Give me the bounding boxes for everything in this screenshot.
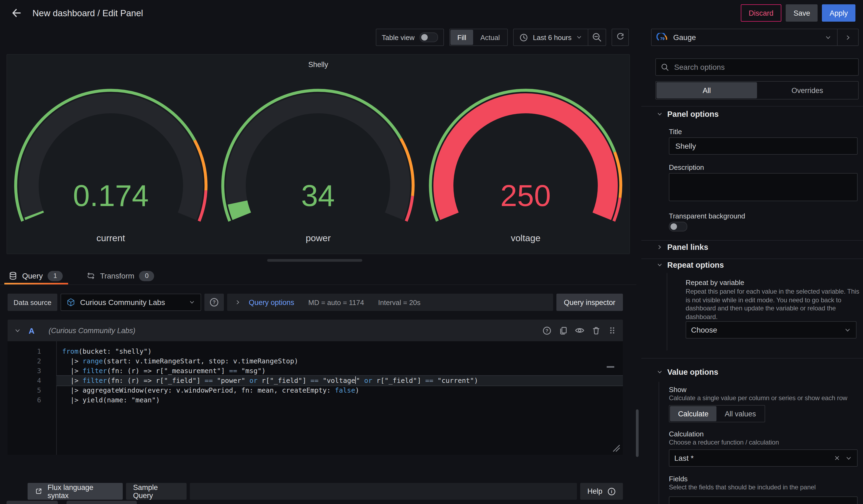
chevron-down-icon xyxy=(825,34,831,41)
datasource-picker[interactable]: Curious Community Labs xyxy=(61,294,201,311)
chevron-down-icon xyxy=(845,454,852,462)
query-options-link[interactable]: Query options xyxy=(249,298,294,306)
clear-icon[interactable] xyxy=(834,455,840,461)
visualization-picker[interactable]: 79 Gauge xyxy=(651,29,859,46)
flux-syntax-label: Flux language syntax xyxy=(48,483,116,500)
back-button[interactable] xyxy=(8,4,25,22)
table-view-label: Table view xyxy=(382,33,414,41)
tab-transform[interactable]: Transform 0 xyxy=(87,267,154,285)
query-actions: ? xyxy=(542,326,616,335)
calculate-option[interactable]: Calculate xyxy=(670,406,717,421)
fields-description: Select the fields that should be include… xyxy=(669,483,861,492)
max-data-points: MD = auto = 1174 xyxy=(308,298,364,306)
section-value-options[interactable]: Value options xyxy=(656,368,718,376)
query-help-button[interactable]: ? xyxy=(542,326,552,335)
search-input[interactable] xyxy=(673,62,853,72)
section-panel-links[interactable]: Panel links xyxy=(656,243,708,251)
interval: Interval = 20s xyxy=(378,298,421,306)
code-line-1[interactable]: 1from(bucket: "shelly") xyxy=(8,346,623,356)
filter-overrides[interactable]: Overrides xyxy=(757,82,858,98)
gauge-panel[interactable]: Shelly 0.174current34power250voltage xyxy=(7,54,630,254)
transparent-bg-toggle[interactable] xyxy=(669,222,687,231)
actual-option[interactable]: Actual xyxy=(473,30,507,45)
query-ref[interactable]: A xyxy=(29,326,35,335)
scrollbar-thumb[interactable] xyxy=(636,410,639,457)
query-options-bar: Query options MD = auto = 1174 Interval … xyxy=(227,294,553,311)
gauge-title-voltage: voltage xyxy=(511,233,540,244)
transform-count-badge: 0 xyxy=(139,270,154,281)
help-circle-icon: ? xyxy=(209,298,219,307)
calculation-description: Choose a reducer function / calculation xyxy=(669,439,861,447)
table-view-toggle[interactable] xyxy=(419,33,438,42)
delete-query-button[interactable] xyxy=(591,326,601,335)
tab-query[interactable]: Query 1 xyxy=(9,267,63,285)
code-line-4[interactable]: 4 |> filter(fn: (r) => r["_field"] == "p… xyxy=(8,376,623,386)
code-line-2[interactable]: 2 |> range(start: v.timeRangeStart, stop… xyxy=(8,356,623,366)
fields-select-partial[interactable] xyxy=(669,496,858,504)
zoom-out-button[interactable] xyxy=(588,29,605,46)
calculation-select[interactable]: Last * xyxy=(669,449,858,467)
partial-button[interactable] xyxy=(66,501,137,504)
all-values-option[interactable]: All values xyxy=(717,406,764,421)
transparent-bg-label: Transparent background xyxy=(669,212,745,220)
show-description: Calculate a single value per column or s… xyxy=(669,394,861,403)
title-input[interactable] xyxy=(674,141,852,151)
flux-code-editor[interactable]: 1from(bucket: "shelly")2 |> range(start:… xyxy=(8,341,623,455)
time-range-picker[interactable]: Last 6 hours xyxy=(514,29,588,46)
datasource-help-button[interactable]: ? xyxy=(204,294,224,311)
apply-button[interactable]: Apply xyxy=(822,4,855,22)
resize-corner-icon[interactable] xyxy=(613,444,620,452)
query-count-badge: 1 xyxy=(48,270,63,281)
title-field[interactable] xyxy=(669,137,858,155)
gauge-value-voltage: 250 xyxy=(500,179,551,213)
code-line-6[interactable]: 6 |> yield(name: "mean") xyxy=(8,395,623,405)
display-mode-group: Fill Actual xyxy=(449,29,508,46)
svg-text:?: ? xyxy=(546,328,548,333)
code-line-3[interactable]: 3 |> filter(fn: (r) => r["_measurement"]… xyxy=(8,366,623,376)
query-footer: Flux language syntax Sample Query Help i xyxy=(28,483,623,500)
footer-spacer-bar xyxy=(189,483,577,500)
chevron-down-icon xyxy=(189,299,195,305)
datasource-name: Curious Community Labs xyxy=(80,298,165,307)
repeat-variable-select[interactable]: Choose xyxy=(686,321,856,339)
options-search[interactable] xyxy=(655,59,859,76)
refresh-button[interactable] xyxy=(612,29,629,46)
query-datasource-hint: (Curious Community Labs) xyxy=(49,326,136,335)
duplicate-query-button[interactable] xyxy=(559,326,568,335)
collapse-pane-button[interactable] xyxy=(837,29,858,46)
help-circle-icon: ? xyxy=(542,326,552,335)
panel-toolbar: Table view Fill Actual Last 6 hours xyxy=(376,29,629,46)
cutoff-buttons xyxy=(7,501,137,504)
partial-button[interactable] xyxy=(7,501,58,504)
drag-handle[interactable] xyxy=(608,326,616,335)
panel-title: Shelly xyxy=(7,55,629,72)
sample-query-button[interactable]: Sample Query xyxy=(126,483,186,500)
svg-text:?: ? xyxy=(213,300,216,305)
eye-icon xyxy=(575,326,585,335)
grafana-edit-panel: New dashboard / Edit Panel Discard Save … xyxy=(0,0,863,504)
description-label: Description xyxy=(669,163,704,172)
save-button[interactable]: Save xyxy=(786,4,818,22)
discard-button[interactable]: Discard xyxy=(740,4,781,22)
section-repeat-options[interactable]: Repeat options xyxy=(656,261,724,269)
search-icon xyxy=(661,63,669,71)
gauge-title-power: power xyxy=(306,233,331,244)
flux-syntax-button[interactable]: Flux language syntax xyxy=(28,483,123,500)
filter-all[interactable]: All xyxy=(656,82,757,98)
hide-query-button[interactable] xyxy=(575,326,585,335)
trash-icon xyxy=(591,326,601,335)
code-line-5[interactable]: 5 |> aggregateWindow(every: v.windowPeri… xyxy=(8,386,623,395)
chevron-down-icon xyxy=(656,111,663,117)
help-button[interactable]: Help i xyxy=(580,483,623,500)
query-inspector-button[interactable]: Query inspector xyxy=(556,294,623,311)
svg-text:79: 79 xyxy=(660,36,665,40)
gauge-value-current: 0.174 xyxy=(73,179,149,213)
panel-resize-handle[interactable] xyxy=(267,259,362,262)
section-panel-options[interactable]: Panel options xyxy=(656,110,718,118)
collapse-chevron-icon[interactable] xyxy=(14,327,21,334)
description-field[interactable] xyxy=(669,173,858,201)
fill-option[interactable]: Fill xyxy=(450,30,473,45)
editor-tabs: Query 1 Transform 0 xyxy=(0,267,636,285)
zoom-out-icon xyxy=(592,33,602,42)
database-icon xyxy=(9,272,17,280)
